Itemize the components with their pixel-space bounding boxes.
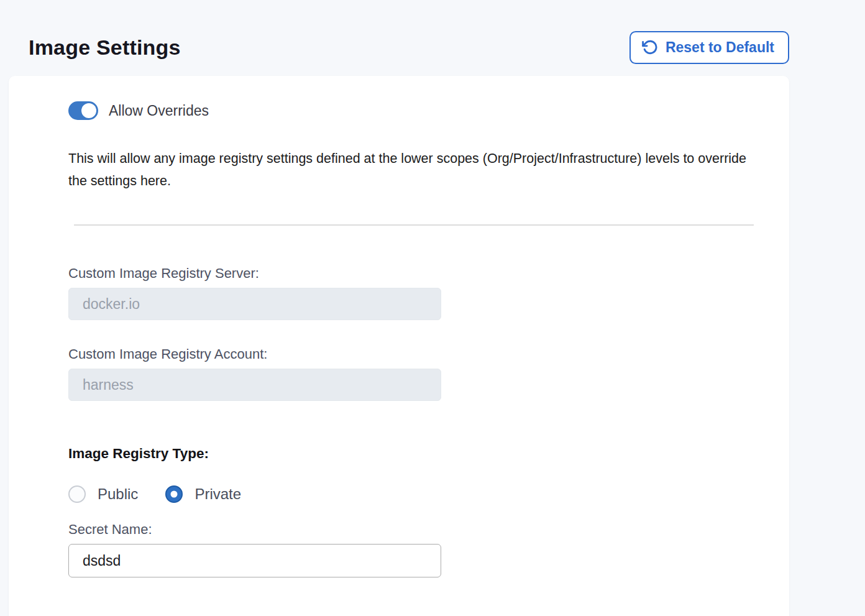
radio-selected-icon[interactable] [165,485,183,503]
registry-account-label: Custom Image Registry Account: [68,346,789,362]
radio-option-public[interactable]: Public [68,485,138,503]
overrides-description: This will allow any image registry setti… [68,147,761,192]
registry-type-radio-group: Public Private [68,485,789,503]
radio-unselected-icon[interactable] [68,485,86,503]
registry-server-field: Custom Image Registry Server: [68,265,789,320]
reset-icon [642,39,658,55]
radio-option-private[interactable]: Private [165,485,241,503]
registry-type-label: Image Registry Type: [68,446,789,462]
radio-private-label: Private [195,485,241,503]
radio-public-label: Public [98,485,138,503]
toggle-knob-icon [81,103,96,118]
page-title: Image Settings [29,35,181,60]
registry-server-label: Custom Image Registry Server: [68,265,789,282]
page-header: Image Settings Reset to Default [0,0,865,76]
image-settings-card: Allow Overrides This will allow any imag… [9,76,789,616]
registry-account-field: Custom Image Registry Account: [68,346,789,401]
allow-overrides-toggle[interactable] [68,101,98,120]
reset-button-label: Reset to Default [666,39,774,56]
secret-name-input[interactable] [68,544,441,577]
secret-name-label: Secret Name: [68,522,789,538]
secret-name-field: Secret Name: [68,522,789,577]
reset-to-default-button[interactable]: Reset to Default [629,31,789,64]
allow-overrides-label: Allow Overrides [109,103,209,119]
section-divider [74,224,754,226]
registry-account-input [68,369,441,401]
allow-overrides-row: Allow Overrides [68,101,789,120]
registry-server-input [68,288,441,320]
